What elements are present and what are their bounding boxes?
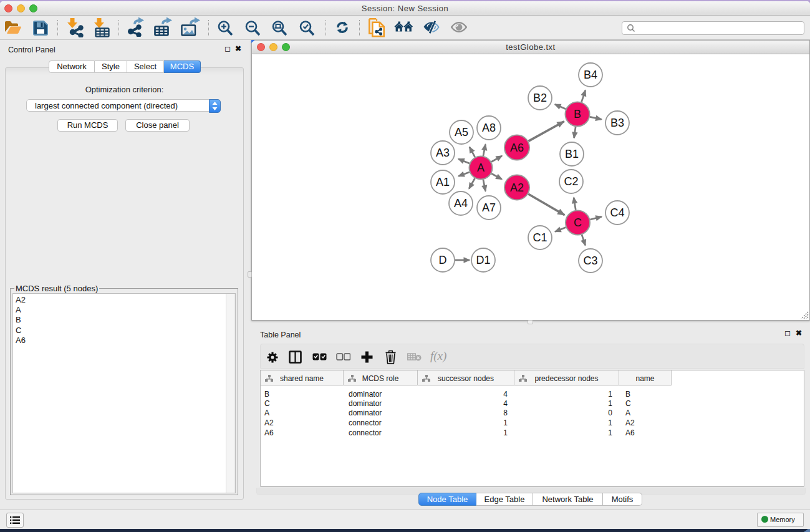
svg-text:A8: A8 <box>482 122 496 134</box>
svg-text:A: A <box>477 162 485 174</box>
svg-text:C2: C2 <box>564 175 578 188</box>
svg-text:D1: D1 <box>476 254 490 266</box>
svg-text:A6: A6 <box>510 142 524 154</box>
svg-text:C: C <box>574 216 582 229</box>
svg-text:B2: B2 <box>533 92 547 104</box>
svg-text:B1: B1 <box>565 148 579 160</box>
svg-text:A5: A5 <box>455 126 468 138</box>
svg-text:C1: C1 <box>533 231 547 244</box>
svg-text:A2: A2 <box>510 181 524 194</box>
svg-text:C4: C4 <box>610 206 624 219</box>
svg-text:B: B <box>574 108 581 120</box>
svg-text:A1: A1 <box>436 176 450 188</box>
svg-text:A7: A7 <box>482 201 496 214</box>
svg-text:B4: B4 <box>584 69 597 81</box>
svg-text:A3: A3 <box>436 147 450 159</box>
svg-text:B3: B3 <box>610 117 624 129</box>
svg-text:A4: A4 <box>454 197 468 210</box>
svg-text:D: D <box>439 254 447 266</box>
svg-text:C3: C3 <box>583 254 597 267</box>
